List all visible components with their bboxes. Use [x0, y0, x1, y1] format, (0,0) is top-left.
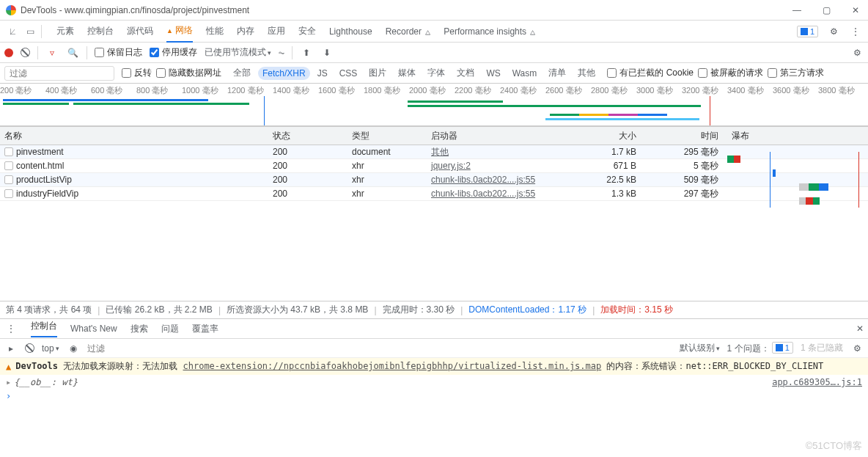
ftab-font[interactable]: 字体: [423, 65, 449, 81]
console-filter-input[interactable]: [87, 343, 234, 354]
drawer-tab-console[interactable]: 控制台: [31, 320, 57, 337]
timeline-tick: 1000 毫秒: [182, 85, 227, 96]
drawer-tab-coverage[interactable]: 覆盖率: [192, 323, 218, 335]
object-source[interactable]: app.c689305….js:1: [772, 377, 862, 387]
context-dropdown[interactable]: top: [42, 343, 59, 354]
summary-resources: 所选资源大小为 43.7 kB，共 3.8 MB: [227, 304, 368, 316]
network-toolbar: ▿ 🔍 保留日志 停用缓存 已使用节流模式 ⏦ ⬆ ⬇ ⚙: [0, 43, 868, 63]
tab-lighthouse[interactable]: Lighthouse: [329, 22, 372, 41]
ftab-ws[interactable]: WS: [482, 67, 504, 80]
drawer-more-icon[interactable]: ⋮: [4, 322, 18, 335]
tab-network[interactable]: 网络: [166, 20, 193, 43]
drawer-tab-whatsnew[interactable]: What's New: [70, 323, 117, 334]
wifi-icon[interactable]: ⏦: [279, 47, 284, 58]
col-initiator[interactable]: 启动器: [431, 130, 563, 142]
console-prompt[interactable]: ›: [0, 390, 868, 403]
tab-performance[interactable]: 性能: [206, 21, 224, 42]
warning-icon: ▲: [6, 362, 11, 372]
device-icon[interactable]: ▭: [23, 25, 37, 38]
blocked-cookies-checkbox[interactable]: 有已拦截的 Cookie: [607, 67, 694, 79]
download-icon[interactable]: ⬇: [320, 46, 334, 59]
request-initiator[interactable]: chunk-libs.0acb202....js:55: [431, 189, 563, 199]
col-size[interactable]: 大小: [563, 130, 645, 142]
timeline-tick: 1600 毫秒: [318, 85, 364, 96]
hide-data-checkbox[interactable]: 隐藏数据网址: [156, 67, 221, 79]
request-initiator[interactable]: 其他: [431, 146, 563, 158]
third-party-checkbox[interactable]: 第三方请求: [768, 67, 824, 79]
console-settings-icon[interactable]: ⚙: [850, 342, 864, 355]
tab-sources[interactable]: 源代码: [127, 21, 153, 42]
hidden-count[interactable]: 1 条已隐藏: [801, 342, 843, 354]
console-sidebar-icon[interactable]: ▸: [4, 342, 18, 355]
drawer-close-icon[interactable]: ✕: [856, 323, 864, 334]
tab-memory[interactable]: 内存: [237, 21, 254, 42]
timeline-overview[interactable]: 200 毫秒400 毫秒600 毫秒800 毫秒1000 毫秒1200 毫秒14…: [0, 84, 868, 126]
blocked-req-checkbox[interactable]: 被屏蔽的请求: [698, 67, 763, 79]
close-icon[interactable]: ✕: [849, 4, 862, 17]
level-dropdown[interactable]: 默认级别: [680, 342, 720, 354]
timeline-tick: 2600 毫秒: [545, 85, 591, 96]
clear-icon[interactable]: [21, 48, 30, 57]
minimize-icon[interactable]: —: [790, 4, 803, 17]
table-row[interactable]: productListVip 200 xhr chunk-libs.0acb20…: [0, 173, 868, 187]
tab-perfinsights[interactable]: Performance insights ⧋: [444, 22, 535, 41]
ftab-other[interactable]: 其他: [573, 65, 600, 81]
sourcemap-url[interactable]: chrome-extension://npccnbiafoakhobejomib…: [183, 361, 602, 371]
table-row[interactable]: pinvestment 200 document 其他 1.7 kB 295 毫…: [0, 145, 868, 159]
col-time[interactable]: 时间: [645, 130, 727, 142]
col-waterfall[interactable]: 瀑布: [727, 130, 868, 142]
ftab-img[interactable]: 图片: [364, 65, 391, 81]
timeline-tick: 2400 毫秒: [500, 85, 545, 96]
request-name: industryFieldVip: [16, 189, 78, 199]
ftab-all[interactable]: 全部: [229, 65, 255, 81]
more-icon[interactable]: ⋮: [849, 25, 862, 38]
titlebar: DevTools - www.qimingpian.cn/finosda/pro…: [0, 0, 868, 21]
chrome-logo-icon: [6, 5, 16, 15]
disable-cache-checkbox[interactable]: 停用缓存: [150, 46, 197, 59]
col-type[interactable]: 类型: [352, 130, 431, 142]
col-status[interactable]: 状态: [273, 130, 352, 142]
throttle-dropdown[interactable]: 已使用节流模式: [205, 46, 271, 59]
tab-console[interactable]: 控制台: [87, 21, 114, 42]
inspect-icon[interactable]: ⟀: [6, 25, 19, 38]
tab-elements[interactable]: 元素: [56, 21, 74, 42]
ftab-js[interactable]: JS: [313, 67, 332, 80]
issues-badge[interactable]: 1: [797, 26, 818, 37]
summary-load: 加载时间：3.15 秒: [600, 304, 673, 316]
ftab-manifest[interactable]: 清单: [544, 65, 570, 81]
summary-finish: 完成用时：3.30 秒: [383, 304, 455, 316]
upload-icon[interactable]: ⬆: [300, 46, 313, 59]
console-object[interactable]: ▸{__ob__: wt} app.c689305….js:1: [0, 375, 868, 390]
invert-checkbox[interactable]: 反转: [122, 67, 152, 79]
col-name[interactable]: 名称: [0, 130, 273, 142]
search-icon[interactable]: 🔍: [66, 46, 79, 59]
filter-input[interactable]: [4, 66, 114, 81]
tab-application[interactable]: 应用: [268, 21, 285, 42]
ftab-wasm[interactable]: Wasm: [508, 67, 542, 80]
ftab-doc[interactable]: 文档: [452, 65, 479, 81]
maximize-icon[interactable]: ▢: [820, 4, 833, 17]
main-tabbar: ⟀ ▭ 元素 控制台 源代码 网络 性能 内存 应用 安全 Lighthouse…: [0, 21, 868, 43]
request-type: xhr: [352, 189, 431, 199]
request-initiator[interactable]: jquery.js:2: [431, 161, 563, 171]
request-time: 295 毫秒: [645, 146, 727, 158]
ftab-css[interactable]: CSS: [335, 67, 362, 80]
request-initiator[interactable]: chunk-libs.0acb202....js:55: [431, 175, 563, 185]
console-clear-icon[interactable]: [25, 343, 34, 353]
settings-icon[interactable]: ⚙: [827, 25, 840, 38]
timeline-tick: 3200 毫秒: [682, 85, 727, 96]
filter-icon[interactable]: ▿: [45, 46, 59, 59]
tab-security[interactable]: 安全: [298, 21, 316, 42]
issues-link[interactable]: 1 个问题： 1: [727, 342, 793, 355]
eye-icon[interactable]: ◉: [67, 342, 80, 355]
ftab-xhr[interactable]: Fetch/XHR: [258, 67, 310, 80]
table-row[interactable]: industryFieldVip 200 xhr chunk-libs.0acb…: [0, 187, 868, 201]
record-icon[interactable]: [4, 48, 13, 57]
drawer-tab-search[interactable]: 搜索: [130, 323, 148, 335]
drawer-tab-issues[interactable]: 问题: [161, 323, 179, 335]
ftab-media[interactable]: 媒体: [394, 65, 420, 81]
request-size: 1.7 kB: [563, 147, 645, 157]
tab-recorder[interactable]: Recorder ⧋: [386, 22, 431, 41]
preserve-log-checkbox[interactable]: 保留日志: [95, 46, 142, 59]
settings-gear-icon[interactable]: ⚙: [850, 46, 864, 59]
